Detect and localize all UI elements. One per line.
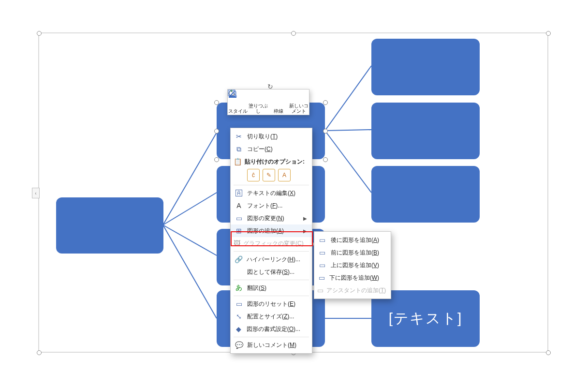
submenu-add-after-label: 後に図形を追加(A) (328, 236, 388, 244)
submenu-add-assistant-label: アシスタントの追加(T) (323, 286, 395, 295)
menu-edit-text-label: テキストの編集(X) (244, 189, 309, 197)
mini-fill-button[interactable]: 塗りつぶし (248, 90, 268, 115)
submenu-add-below-label: 下に図形を追加(W) (326, 274, 388, 282)
selection-handle-n[interactable] (291, 31, 296, 36)
chevron-right-icon: ▶ (303, 228, 309, 234)
context-menu: ✂ 切り取り(T) ⧉ コピー(C) 📋 貼り付けのオプション: ĉ ✎ A 🄰… (230, 128, 312, 354)
menu-cut-label: 切り取り(T) (244, 133, 309, 141)
mini-style-label: スタイル (228, 108, 248, 114)
format-shape-icon: ◆ (234, 325, 244, 333)
translate-icon: あ (234, 284, 244, 292)
paste-options: ĉ ✎ A (231, 168, 312, 183)
smartart-node-root[interactable] (56, 197, 163, 254)
menu-reset-shape[interactable]: ▭ 図形のリセット(E) (231, 298, 312, 310)
paste-option-2[interactable]: ✎ (263, 169, 275, 181)
paste-option-3[interactable]: A (278, 169, 291, 181)
mini-comment-label: 新しいコメント (289, 103, 309, 114)
menu-save-as-picture[interactable]: 図として保存(S)... (231, 266, 312, 278)
submenu-add-above-label: 上に図形を追加(V) (328, 261, 388, 269)
menu-change-graphic: 🖼 グラフィックの変更(C) ▶ (231, 237, 312, 250)
add-above-icon: ▭ (317, 261, 328, 269)
new-comment-icon: 💬 (234, 341, 244, 349)
chevron-right-icon: ▶ (303, 216, 309, 221)
menu-change-shape[interactable]: ▭ 図形の変更(N) ▶ (231, 212, 312, 224)
menu-save-pic-label: 図として保存(S)... (244, 268, 309, 276)
svg-line-3 (163, 225, 217, 255)
menu-paste-header-label: 貼り付けのオプション: (242, 158, 313, 166)
selection-handle-ne[interactable] (546, 31, 551, 36)
cut-icon: ✂ (234, 133, 244, 140)
menu-add-shape[interactable]: ⊞ 図形の追加(A) ▶ (231, 224, 312, 237)
menu-format-shape[interactable]: ◆ 図形の書式設定(O)... (231, 323, 312, 335)
svg-line-1 (163, 133, 217, 225)
submenu-add-before-label: 前に図形を追加(B) (328, 249, 388, 257)
menu-format-shape-label: 図形の書式設定(O)... (244, 325, 309, 333)
menu-change-shape-label: 図形の変更(N) (244, 214, 303, 223)
menu-link[interactable]: 🔗 ハイパーリンク(H)... (231, 253, 312, 266)
submenu-add-below[interactable]: ▭ 下に図形を追加(W) (314, 271, 391, 284)
menu-new-comment[interactable]: 💬 新しいコメント(M) (231, 339, 312, 351)
submenu-add-assistant: ▭ アシスタントの追加(T) (314, 284, 391, 297)
add-before-icon: ▭ (317, 249, 328, 256)
svg-line-5 (325, 66, 371, 131)
menu-edit-text[interactable]: 🄰 テキストの編集(X) (231, 187, 312, 199)
smartart-text-pane-toggle[interactable]: ‹ (32, 188, 40, 198)
svg-rect-9 (228, 90, 235, 96)
selection-handle-nw[interactable] (37, 31, 42, 36)
edit-text-icon: 🄰 (234, 189, 244, 197)
mini-style-button[interactable]: スタイル (228, 90, 248, 115)
selection-handle-se[interactable] (546, 350, 551, 355)
add-after-icon: ▭ (317, 236, 328, 244)
submenu-add-above[interactable]: ▭ 上に図形を追加(V) (314, 259, 391, 271)
menu-font[interactable]: A フォント(F)... (231, 199, 312, 212)
menu-reset-shape-label: 図形のリセット(E) (244, 300, 309, 308)
svg-line-2 (163, 193, 217, 225)
mini-toolbar: スタイル 塗りつぶし 枠線 + 新しいコメント (227, 89, 309, 115)
selection-handle-sw[interactable] (37, 350, 42, 355)
svg-line-7 (325, 131, 371, 193)
menu-size-position[interactable]: ⤡ 配置とサイズ(Z)... (231, 310, 312, 323)
submenu-add-after[interactable]: ▭ 後に図形を追加(A) (314, 234, 391, 246)
svg-line-6 (325, 130, 371, 131)
smartart-node-l3-a[interactable] (371, 39, 480, 95)
mini-fill-label: 塗りつぶし (248, 103, 268, 114)
size-pos-icon: ⤡ (234, 313, 244, 320)
menu-copy[interactable]: ⧉ コピー(C) (231, 143, 312, 155)
mini-outline-button[interactable]: 枠線 (268, 90, 289, 115)
font-icon: A (234, 202, 244, 209)
smartart-node-l3-b[interactable] (371, 103, 480, 159)
menu-font-label: フォント(F)... (244, 202, 309, 210)
menu-translate[interactable]: あ 翻訳(S) (231, 282, 312, 294)
mini-outline-label: 枠線 (274, 108, 283, 114)
mini-new-comment-button[interactable]: + 新しいコメント (289, 90, 309, 115)
reset-shape-icon: ▭ (234, 300, 244, 308)
menu-cut[interactable]: ✂ 切り取り(T) (231, 130, 312, 143)
paste-option-1[interactable]: ĉ (247, 169, 260, 181)
menu-copy-label: コピー(C) (244, 145, 309, 153)
add-assistant-icon: ▭ (317, 286, 323, 294)
add-shape-submenu: ▭ 後に図形を追加(A) ▭ 前に図形を追加(B) ▭ 上に図形を追加(V) ▭… (314, 231, 391, 299)
change-graphic-icon: 🖼 (234, 239, 240, 247)
link-icon: 🔗 (234, 255, 244, 263)
add-shape-icon: ⊞ (234, 227, 244, 235)
menu-new-comment-label: 新しいコメント(M) (244, 341, 309, 349)
smartart-node-l3-c[interactable] (371, 166, 480, 223)
copy-icon: ⧉ (234, 145, 244, 153)
menu-link-label: ハイパーリンク(H)... (244, 255, 309, 264)
svg-line-4 (163, 225, 217, 318)
submenu-add-before[interactable]: ▭ 前に図形を追加(B) (314, 246, 391, 259)
add-below-icon: ▭ (317, 274, 326, 282)
menu-change-graphic-label: グラフィックの変更(C) (240, 239, 312, 248)
menu-paste-header: 📋 貼り付けのオプション: (231, 155, 312, 168)
paste-icon: 📋 (234, 158, 242, 165)
menu-translate-label: 翻訳(S) (244, 284, 309, 292)
menu-size-pos-label: 配置とサイズ(Z)... (244, 313, 309, 321)
change-shape-icon: ▭ (234, 214, 244, 222)
menu-add-shape-label: 図形の追加(A) (244, 227, 303, 235)
node-placeholder: [テキスト] (389, 309, 463, 329)
